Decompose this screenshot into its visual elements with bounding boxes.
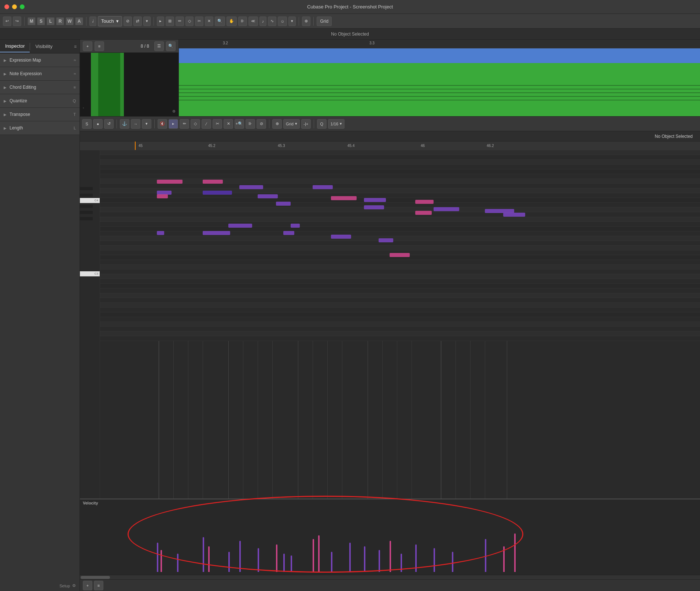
visibility-tab[interactable]: Visibility xyxy=(30,41,58,52)
note-17[interactable] xyxy=(228,224,252,228)
record-button[interactable]: ● xyxy=(93,119,103,129)
quantize-header[interactable]: ▶ Quantize Q xyxy=(0,94,80,107)
note-2[interactable] xyxy=(239,185,263,189)
note-7[interactable] xyxy=(258,194,278,198)
glue-tool-pr[interactable]: ✕ xyxy=(224,119,233,129)
link-button[interactable]: ⚓ xyxy=(120,119,129,129)
speaker-tool[interactable]: ♪ xyxy=(259,16,267,26)
sync-button[interactable]: ⇄ xyxy=(133,16,142,26)
nudge-button[interactable]: → xyxy=(131,119,140,129)
pencil-tool[interactable]: ✏ xyxy=(176,16,184,26)
w-button[interactable]: W xyxy=(66,17,74,25)
settings-icon[interactable]: ⚙ xyxy=(172,109,176,113)
note-21[interactable] xyxy=(283,231,294,235)
expression-map-header[interactable]: ▶ Expression Map ≈ xyxy=(0,54,80,67)
note-9[interactable] xyxy=(364,198,386,202)
note-6[interactable] xyxy=(157,194,168,198)
more-tools[interactable]: ≪ xyxy=(248,16,258,26)
add-track-button[interactable]: + xyxy=(83,41,92,51)
snap-icon[interactable]: ⊕ xyxy=(302,16,310,26)
search-button[interactable]: 🔍 xyxy=(166,41,176,51)
cut-tool[interactable]: ✂ xyxy=(195,16,203,26)
velocity-scrollbar-thumb[interactable] xyxy=(81,576,110,579)
transpose-arrow: ▶ xyxy=(4,113,7,117)
note-23[interactable] xyxy=(379,238,393,242)
redo-button[interactable]: ↪ xyxy=(13,16,21,26)
l-button[interactable]: L xyxy=(47,17,55,25)
chord-editing-header[interactable]: ▶ Chord Editing ≡ xyxy=(0,81,80,94)
add-button-bottom[interactable]: + xyxy=(83,581,92,590)
note-13[interactable] xyxy=(434,207,459,211)
nudge-dropdown[interactable]: ▾ xyxy=(142,119,151,129)
grid-dropdown[interactable]: Grid xyxy=(317,16,332,26)
split-tool[interactable]: ⊪ xyxy=(238,16,247,26)
touch-dropdown[interactable]: Touch ▾ xyxy=(98,16,122,26)
list-view-button[interactable]: ☰ xyxy=(154,41,164,51)
metronome-icon[interactable]: ♩ xyxy=(89,16,96,26)
note-24[interactable] xyxy=(390,253,410,257)
note-expression-header[interactable]: ▶ Note Expression ≈ xyxy=(0,67,80,80)
length-header[interactable]: ▶ Length L xyxy=(0,121,80,135)
note-22[interactable] xyxy=(331,235,351,239)
loop-button[interactable]: ⊘ xyxy=(124,16,132,26)
zoom-in-pr[interactable]: +🔍 xyxy=(235,119,244,129)
split-pr[interactable]: ⊪ xyxy=(246,119,255,129)
a-button[interactable]: A xyxy=(75,17,83,25)
note-5[interactable] xyxy=(203,191,232,195)
settings-bottom[interactable]: ≡ xyxy=(94,581,103,590)
note-12[interactable] xyxy=(364,205,384,209)
note-8[interactable] xyxy=(331,196,357,200)
velocity-scrollbar[interactable] xyxy=(80,575,700,579)
close-button[interactable] xyxy=(4,4,9,9)
select-tool-pr[interactable]: ▸ xyxy=(169,119,178,129)
pencil-tool-pr[interactable]: ✏ xyxy=(180,119,189,129)
note-15[interactable] xyxy=(415,211,432,215)
grid-dropdown-pr[interactable]: Grid ▾ xyxy=(283,119,300,129)
erase-tool[interactable]: ◇ xyxy=(185,16,194,26)
zoom-minus-pr[interactable]: -|+ xyxy=(301,119,311,129)
transpose-header[interactable]: ▶ Transpose T xyxy=(0,108,80,121)
mute-button[interactable]: 🔇 xyxy=(158,119,167,129)
erase-tool-pr[interactable]: ◇ xyxy=(191,119,200,129)
minimize-button[interactable] xyxy=(12,4,17,9)
note-3[interactable] xyxy=(313,185,333,189)
note-18[interactable] xyxy=(291,224,300,228)
maximize-button[interactable] xyxy=(20,4,25,9)
note-20[interactable] xyxy=(203,231,230,235)
note-19[interactable] xyxy=(157,231,164,235)
snap-pr[interactable]: ⊕ xyxy=(272,119,282,129)
undo-button[interactable]: ↩ xyxy=(3,16,11,26)
quantize-dropdown-pr[interactable]: 1/16 ▾ xyxy=(328,119,345,129)
solo-button[interactable]: S xyxy=(82,119,92,129)
zoom-tool[interactable]: 🔍 xyxy=(215,16,225,26)
paint-pr[interactable]: ⊘ xyxy=(257,119,266,129)
range-tool[interactable]: ⊞ xyxy=(166,16,174,26)
setup-icon[interactable]: ⚙ xyxy=(72,583,76,588)
edit-button[interactable]: ≡ xyxy=(95,41,104,51)
cycle-button[interactable]: ↺ xyxy=(104,119,114,129)
sync-arrow[interactable]: ▾ xyxy=(143,16,151,26)
face-tool[interactable]: ☺ xyxy=(278,16,287,26)
cut-tool-pr[interactable]: ✂ xyxy=(213,119,222,129)
note-1[interactable] xyxy=(203,180,223,184)
glue-tool[interactable]: ✕ xyxy=(205,16,213,26)
grid-label: Grid xyxy=(320,19,328,24)
note-11[interactable] xyxy=(276,202,291,206)
scroll-minus[interactable]: - xyxy=(83,106,84,110)
inspector-tab[interactable]: Inspector xyxy=(0,40,30,52)
s-button[interactable]: S xyxy=(37,17,45,25)
grid-arrow-pr: ▾ xyxy=(295,121,297,126)
select-tool[interactable]: ▸ xyxy=(157,16,164,26)
note-10[interactable] xyxy=(415,200,434,204)
r-button[interactable]: R xyxy=(56,17,64,25)
m-button[interactable]: M xyxy=(27,17,36,25)
window-controls[interactable] xyxy=(4,4,25,9)
note-16[interactable] xyxy=(503,213,525,217)
line-tool-pr[interactable]: ∕ xyxy=(202,119,211,129)
inspector-menu-icon[interactable]: ≡ xyxy=(74,44,77,49)
note-0[interactable] xyxy=(157,180,183,184)
right-area: + ≡ 8 / 8 ☰ 🔍 - ⚙ 3.2 3.3 xyxy=(80,40,700,591)
face-dropdown[interactable]: ▾ xyxy=(288,16,296,26)
hand-tool[interactable]: ✋ xyxy=(226,16,237,26)
waveform-tool[interactable]: ∿ xyxy=(268,16,276,26)
